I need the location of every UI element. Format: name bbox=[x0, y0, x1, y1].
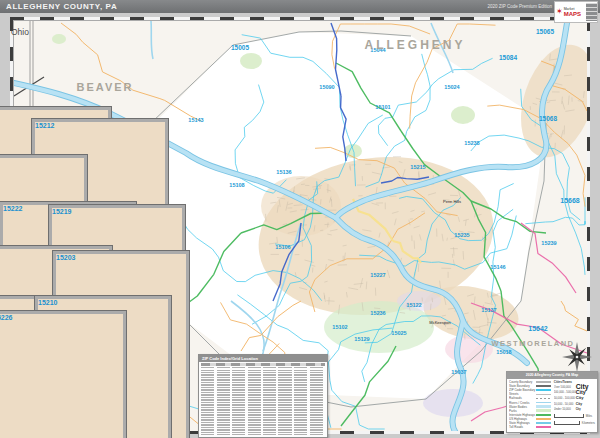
zip-index-table: ZIP Code Index/Grid Location bbox=[198, 354, 328, 438]
edition-label: 2020 ZIP Code Premium Edition bbox=[488, 4, 552, 9]
logo-star-icon: ✶ bbox=[556, 8, 563, 16]
legend-city-classes: Cities/Towns Over 500,000City100,000 - 5… bbox=[552, 380, 595, 429]
publisher-logo: ✶ Market MAPS bbox=[554, 1, 598, 23]
scale-km-label: Kilometers bbox=[582, 421, 595, 425]
scale-bar-miles: Miles bbox=[554, 413, 595, 419]
legend-city-class: Under 10,000City bbox=[554, 406, 595, 412]
compass-rose-icon bbox=[562, 342, 592, 372]
logo-badge bbox=[586, 3, 597, 21]
downtown-inset-map bbox=[4, 208, 140, 438]
legend-item: Toll Roads bbox=[509, 425, 552, 429]
scale-bar-kilometers: Kilometers bbox=[554, 420, 595, 426]
logo-brand-bottom: MAPS bbox=[564, 11, 581, 17]
zip-index-title: ZIP Code Index/Grid Location bbox=[199, 355, 327, 362]
zip-index-rows bbox=[201, 367, 325, 435]
legend-symbol-list: County BoundaryState BoundaryZIP Code Bo… bbox=[509, 380, 552, 429]
map-legend: 2020 Allegheny County, PA Map County Bou… bbox=[506, 371, 598, 433]
title-bar: ALLEGHENY COUNTY, PA 2020 ZIP Code Premi… bbox=[0, 0, 600, 13]
inset-map-art bbox=[7, 211, 131, 433]
scale-miles-label: Miles bbox=[586, 414, 593, 418]
zip-index-column-headers bbox=[201, 363, 325, 366]
map-title: ALLEGHENY COUNTY, PA bbox=[6, 2, 117, 11]
map-frame-top bbox=[10, 17, 590, 20]
